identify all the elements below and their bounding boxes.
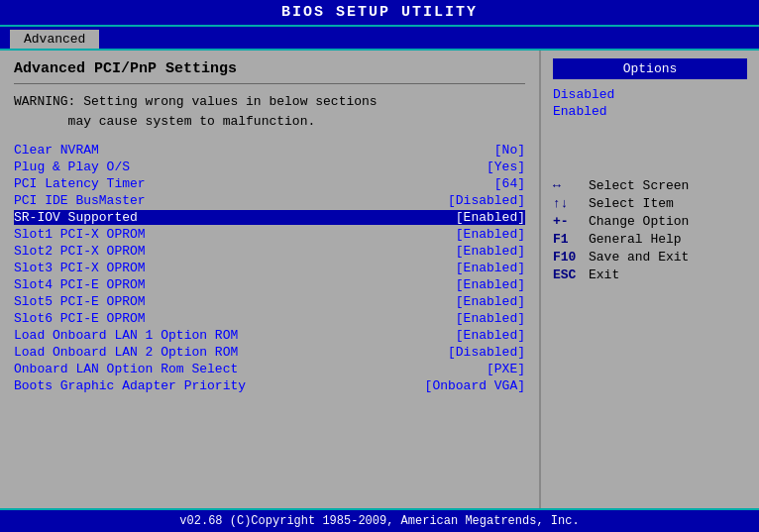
key-symbol-arrows-ud: ↑↓ [553,196,589,211]
menu-item-slot2[interactable]: Slot2 PCI-X OPROM [Enabled] [14,244,525,259]
menu-list: Clear NVRAM [No] Plug & Play O/S [Yes] P… [14,143,525,393]
section-divider [14,83,525,84]
key-change-option: +- Change Option [553,214,747,229]
key-desc-save-exit: Save and Exit [589,250,689,265]
warning-text: WARNING: Setting wrong values in below s… [14,92,525,131]
key-desc-general-help: General Help [589,232,682,247]
key-desc-select-screen: Select Screen [589,178,689,193]
key-select-item: ↑↓ Select Item [553,196,747,211]
section-title: Advanced PCI/PnP Settings [14,60,525,77]
right-panel: Options Disabled Enabled ↔ Select Screen… [541,51,759,508]
menu-item-pci-ide[interactable]: PCI IDE BusMaster [Disabled] [14,193,525,208]
title-text: BIOS SETUP UTILITY [281,4,478,21]
key-select-screen: ↔ Select Screen [553,178,747,193]
options-header: Options [553,58,747,79]
key-desc-select-item: Select Item [589,196,674,211]
tab-bar: Advanced [0,27,759,51]
tab-advanced[interactable]: Advanced [10,30,99,49]
app: BIOS SETUP UTILITY Advanced Advanced PCI… [0,0,759,532]
key-desc-change-option: Change Option [589,214,689,229]
footer: v02.68 (C)Copyright 1985-2009, American … [0,508,759,532]
option-disabled[interactable]: Disabled [553,87,747,102]
menu-item-graphic-adapter[interactable]: Boots Graphic Adapter Priority [Onboard … [14,378,525,393]
option-enabled[interactable]: Enabled [553,104,747,119]
menu-item-plug-play[interactable]: Plug & Play O/S [Yes] [14,160,525,174]
left-panel: Advanced PCI/PnP Settings WARNING: Setti… [0,51,541,508]
key-save-exit: F10 Save and Exit [553,250,747,265]
menu-item-slot4[interactable]: Slot4 PCI-E OPROM [Enabled] [14,277,525,292]
footer-text: v02.68 (C)Copyright 1985-2009, American … [179,514,579,528]
menu-item-sr-iov[interactable]: SR-IOV Supported [Enabled] [14,210,525,225]
menu-item-slot3[interactable]: Slot3 PCI-X OPROM [Enabled] [14,261,525,275]
key-symbol-f10: F10 [553,250,589,265]
menu-item-pci-latency[interactable]: PCI Latency Timer [64] [14,176,525,191]
key-desc-esc-exit: Exit [589,267,619,282]
key-general-help: F1 General Help [553,232,747,247]
menu-item-slot5[interactable]: Slot5 PCI-E OPROM [Enabled] [14,294,525,309]
main-content: Advanced PCI/PnP Settings WARNING: Setti… [0,51,759,508]
menu-item-lan2[interactable]: Load Onboard LAN 2 Option ROM [Disabled] [14,345,525,360]
key-symbol-esc: ESC [553,267,589,282]
key-symbol-arrows-lr: ↔ [553,178,589,193]
title-bar: BIOS SETUP UTILITY [0,0,759,27]
key-esc-exit: ESC Exit [553,267,747,282]
key-symbol-f1: F1 [553,232,589,247]
menu-item-lan1[interactable]: Load Onboard LAN 1 Option ROM [Enabled] [14,328,525,343]
key-symbol-plus-minus: +- [553,214,589,229]
menu-item-lan-rom-select[interactable]: Onboard LAN Option Rom Select [PXE] [14,362,525,376]
menu-item-slot6[interactable]: Slot6 PCI-E OPROM [Enabled] [14,311,525,326]
options-list: Disabled Enabled [553,87,747,119]
menu-item-clear-nvram[interactable]: Clear NVRAM [No] [14,143,525,158]
menu-item-slot1[interactable]: Slot1 PCI-X OPROM [Enabled] [14,227,525,242]
key-help: ↔ Select Screen ↑↓ Select Item +- Change… [553,178,747,282]
